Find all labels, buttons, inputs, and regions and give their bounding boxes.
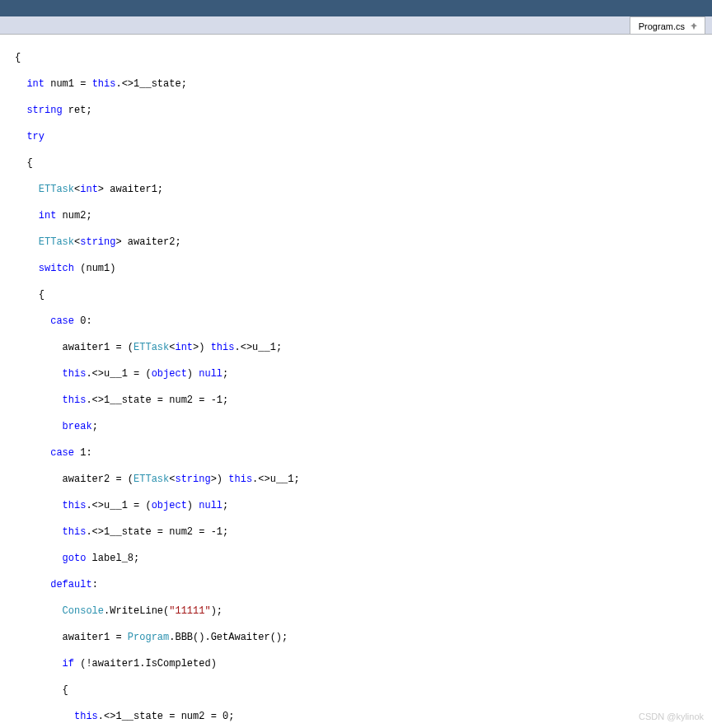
window-titlebar [0,0,712,16]
tab-filename: Program.cs [639,21,685,31]
code-line: { [15,288,712,301]
code-line: switch (num1) [15,262,712,275]
code-line: ETTask<string> awaiter2; [15,236,712,249]
code-line: awaiter2 = (ETTask<string>) this.<>u__1; [15,473,712,486]
code-line: this.<>1__state = num2 = -1; [15,394,712,407]
code-line: case 1: [15,446,712,460]
watermark: CSDN @kylinok [639,712,704,721]
code-line: Console.WriteLine("11111"); [15,604,712,618]
code-line: ETTask<int> awaiter1; [15,183,712,196]
code-line: this.<>1__state = num2 = 0; [15,710,712,723]
file-tab[interactable]: Program.cs [630,16,705,34]
code-line: if (!awaiter1.IsCompleted) [15,657,712,670]
code-line: int num1 = this.<>1__state; [15,77,712,91]
code-line: string ret; [15,104,712,117]
code-line: { [15,156,712,170]
code-line: try [15,130,712,143]
code-line: int num2; [15,209,712,222]
code-line: goto label_8; [15,552,712,565]
code-line: { [15,684,712,697]
code-line: { [15,51,712,64]
code-line: break; [15,420,712,433]
pin-icon[interactable] [690,22,698,30]
code-line: case 0: [15,315,712,328]
code-line: awaiter1 = Program.BBB().GetAwaiter(); [15,631,712,644]
code-editor[interactable]: { int num1 = this.<>1__state; string ret… [0,35,712,728]
code-line: default: [15,578,712,591]
code-line: awaiter1 = (ETTask<int>) this.<>u__1; [15,341,712,354]
code-line: this.<>u__1 = (object) null; [15,499,712,512]
code-line: this.<>1__state = num2 = -1; [15,525,712,539]
tab-strip: Program.cs [0,16,712,35]
code-line: this.<>u__1 = (object) null; [15,367,712,380]
